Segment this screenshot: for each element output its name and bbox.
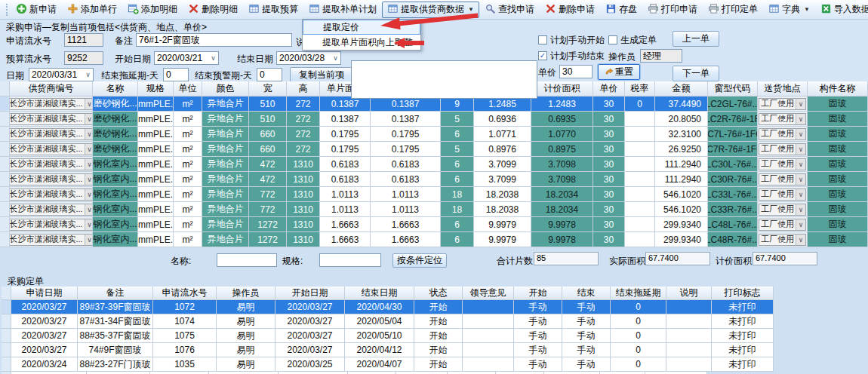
next-order-button[interactable]: 下一单 <box>673 66 719 81</box>
copy-current-button[interactable]: 复制当前项 <box>290 67 353 82</box>
cell[interactable]: 472 <box>249 157 287 172</box>
cell[interactable] <box>625 232 655 247</box>
table-row[interactable]: 长沙市潇湘玻璃实...∨磨砂钢化...6mmPLE...m²异地合片510272… <box>0 97 868 112</box>
cell[interactable]: 30 <box>593 127 625 142</box>
cell[interactable]: 9.9979 <box>474 232 531 247</box>
cell[interactable]: 111.2940 <box>655 172 708 187</box>
cell[interactable]: 30 <box>593 217 625 232</box>
cell[interactable]: 异地合片 <box>202 142 249 157</box>
cell[interactable]: 6mmPLE... <box>138 172 174 187</box>
cell[interactable]: 未打印 <box>712 329 774 343</box>
cell[interactable]: 2020/03/27 <box>11 314 78 329</box>
cell[interactable]: 异地合片 <box>202 202 249 217</box>
cell[interactable]: 2020/03/27 <box>275 300 345 314</box>
column-header[interactable]: 说明 <box>666 287 712 300</box>
column-header[interactable]: 结束日期 <box>345 287 414 300</box>
delay-field[interactable] <box>163 68 189 81</box>
cell[interactable]: 固玻 <box>808 172 868 187</box>
delivery-location-combo[interactable]: 工厂使用∨ <box>758 187 808 202</box>
cell[interactable]: 固玻 <box>808 217 868 232</box>
column-header[interactable]: 备注 <box>78 287 153 300</box>
cell[interactable]: 0.6183 <box>320 172 371 187</box>
cell[interactable]: 1.0771 <box>474 127 531 142</box>
column-header[interactable]: 开始日期 <box>275 287 345 300</box>
cell[interactable]: 1310 <box>287 202 320 217</box>
column-header[interactable]: 宽 <box>249 81 287 97</box>
cell[interactable]: 固玻 <box>808 97 868 112</box>
cell[interactable]: 1076 <box>153 343 217 357</box>
table-row[interactable]: 长沙市潇湘玻璃实...∨磨砂钢化...6mmPLE...m²异地合片510272… <box>0 112 868 127</box>
cell[interactable]: 1.6663 <box>371 232 441 247</box>
cell[interactable]: 6mmPLE... <box>138 217 174 232</box>
cell[interactable] <box>666 357 712 372</box>
cell[interactable]: 0.8975 <box>531 142 593 157</box>
cell[interactable] <box>625 157 655 172</box>
cell[interactable]: 0.1795 <box>371 127 441 142</box>
import-data-button[interactable]: 导入数据 <box>815 2 868 18</box>
delete-detail-button[interactable]: 删除明细 <box>183 2 243 18</box>
cell[interactable]: 0.1795 <box>320 142 371 157</box>
cell[interactable]: 546.1020 <box>655 187 708 202</box>
column-header[interactable]: 计价面积 <box>531 81 593 97</box>
column-header[interactable]: 操作员 <box>217 287 275 300</box>
cell[interactable]: 18 <box>441 187 474 202</box>
date-combo[interactable]: 2020/03/31∨ <box>29 68 94 81</box>
spec-filter-field[interactable] <box>319 253 381 267</box>
cell[interactable]: 开始 <box>414 343 463 357</box>
cell[interactable]: 18.2034 <box>531 187 593 202</box>
reset-button[interactable]: 重置 <box>598 64 640 80</box>
cell[interactable]: m² <box>174 202 202 217</box>
table-row[interactable]: 长沙市潇湘玻璃实...∨磨砂钢化...6mmPLE...m²异地合片660272… <box>0 142 868 157</box>
supplier-combo[interactable]: 长沙市潇湘玻璃实...∨ <box>10 217 93 232</box>
cell[interactable]: 30 <box>593 142 625 157</box>
supplier-combo[interactable]: 长沙市潇湘玻璃实...∨ <box>10 142 93 157</box>
column-header[interactable]: 申请流水号 <box>153 287 217 300</box>
cell[interactable]: 手动 <box>562 343 611 357</box>
cell[interactable] <box>666 300 712 314</box>
table-row[interactable]: 长沙市潇湘玻璃实...∨钢化室内...6mmPLE...m²异地合片772131… <box>0 187 868 202</box>
cell[interactable]: 37.4490 <box>655 97 708 112</box>
cell[interactable]: 6 <box>441 172 474 187</box>
cell[interactable]: 1072 <box>153 300 217 314</box>
cell[interactable]: 2020/04/12 <box>345 343 414 357</box>
cell[interactable]: 2020/03/27 <box>275 314 345 329</box>
cell[interactable]: 272 <box>287 97 320 112</box>
cell[interactable]: 手动 <box>562 357 611 372</box>
cell[interactable]: 18.2034 <box>531 202 593 217</box>
cell[interactable]: 异地合片 <box>202 127 249 142</box>
locate-by-condition-button[interactable]: 按条件定位 <box>392 253 447 268</box>
cell[interactable]: LC7R-76#-1FO <box>708 142 758 157</box>
delivery-location-combo[interactable]: 工厂使用∨ <box>758 202 808 217</box>
cell[interactable]: 手动 <box>514 343 562 357</box>
cell[interactable]: 3.7098 <box>531 172 593 187</box>
cell[interactable]: 472 <box>249 172 287 187</box>
supplier-combo[interactable]: 长沙市潇湘玻璃实...∨ <box>10 112 93 127</box>
cell[interactable]: 0.6935 <box>531 112 593 127</box>
cell[interactable]: 30 <box>593 97 625 112</box>
cell[interactable]: 易明 <box>217 357 275 372</box>
cell[interactable]: 2020/04/07 <box>345 357 414 372</box>
delete-request-button[interactable]: 删除申请 <box>540 2 600 18</box>
cell[interactable]: 1310 <box>287 157 320 172</box>
apply-no-field[interactable] <box>64 33 103 47</box>
cell[interactable] <box>463 343 514 357</box>
cell[interactable]: 32.3100 <box>655 127 708 142</box>
cell[interactable]: 手动 <box>514 314 562 329</box>
cell[interactable]: 钢化室内... <box>93 172 138 187</box>
cell[interactable]: 2020/03/25 <box>275 357 345 372</box>
cell[interactable]: LC30L-76#... <box>708 157 758 172</box>
cell[interactable]: LC48R-76#... <box>708 232 758 247</box>
cell[interactable]: 2020/05/10 <box>345 329 414 343</box>
cell[interactable]: 未打印 <box>712 357 774 372</box>
cell[interactable]: 0.1387 <box>371 112 441 127</box>
cell[interactable]: 磨砂钢化... <box>93 112 138 127</box>
delivery-location-combo[interactable]: 工厂使用∨ <box>758 97 808 112</box>
cell[interactable]: 1.0113 <box>371 187 441 202</box>
cell[interactable]: 1.0113 <box>320 202 371 217</box>
cell[interactable] <box>463 329 514 343</box>
cell[interactable] <box>463 300 514 314</box>
column-header[interactable]: 开始 <box>514 287 562 300</box>
table-row[interactable]: 长沙市潇湘玻璃实...∨钢化室内...6mmPLE...m²异地合片472131… <box>0 157 868 172</box>
cell[interactable]: 5 <box>441 142 474 157</box>
column-header[interactable]: 金额 <box>655 81 708 97</box>
